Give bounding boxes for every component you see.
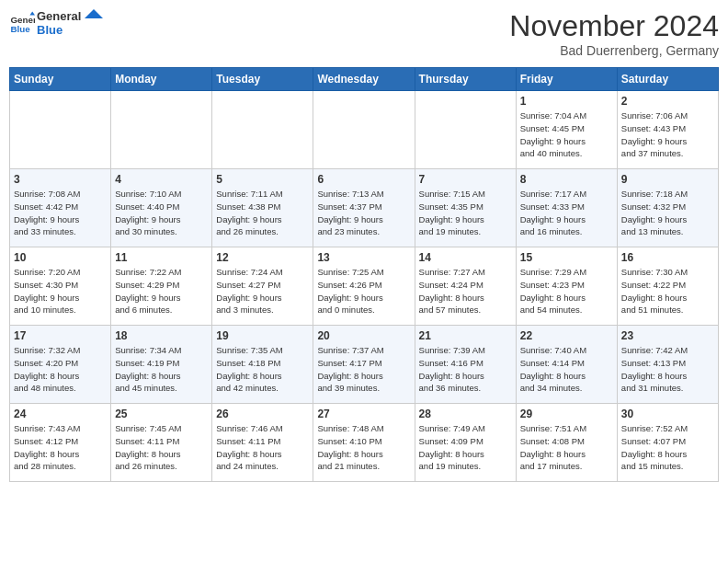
calendar-cell: 30Sunrise: 7:52 AM Sunset: 4:07 PM Dayli…: [617, 404, 718, 482]
day-number: 8: [520, 173, 613, 186]
day-info: Sunrise: 7:04 AM Sunset: 4:45 PM Dayligh…: [520, 109, 613, 160]
calendar-cell: 27Sunrise: 7:48 AM Sunset: 4:10 PM Dayli…: [313, 404, 415, 482]
day-number: 9: [621, 173, 714, 186]
calendar-cell: 1Sunrise: 7:04 AM Sunset: 4:45 PM Daylig…: [516, 91, 617, 169]
day-number: 5: [216, 173, 309, 186]
calendar-cell: 4Sunrise: 7:10 AM Sunset: 4:40 PM Daylig…: [111, 169, 212, 247]
calendar-cell: 21Sunrise: 7:39 AM Sunset: 4:16 PM Dayli…: [415, 326, 516, 404]
header-sunday: Sunday: [10, 68, 111, 91]
day-number: 25: [115, 408, 208, 420]
day-number: 2: [621, 95, 714, 108]
calendar-cell: 3Sunrise: 7:08 AM Sunset: 4:42 PM Daylig…: [10, 169, 111, 247]
day-number: 12: [216, 251, 309, 264]
day-info: Sunrise: 7:37 AM Sunset: 4:17 PM Dayligh…: [317, 344, 410, 395]
calendar-cell: 23Sunrise: 7:42 AM Sunset: 4:13 PM Dayli…: [617, 326, 718, 404]
day-info: Sunrise: 7:20 AM Sunset: 4:30 PM Dayligh…: [14, 266, 107, 316]
day-info: Sunrise: 7:13 AM Sunset: 4:37 PM Dayligh…: [317, 188, 410, 238]
day-info: Sunrise: 7:17 AM Sunset: 4:33 PM Dayligh…: [520, 188, 613, 238]
day-info: Sunrise: 7:45 AM Sunset: 4:11 PM Dayligh…: [115, 422, 208, 473]
day-info: Sunrise: 7:11 AM Sunset: 4:38 PM Dayligh…: [216, 188, 309, 238]
title-area: November 2024 Bad Duerrenberg, Germany: [509, 9, 719, 58]
logo-general: General: [37, 9, 81, 23]
day-info: Sunrise: 7:18 AM Sunset: 4:32 PM Dayligh…: [621, 188, 714, 238]
calendar-cell: 2Sunrise: 7:06 AM Sunset: 4:43 PM Daylig…: [617, 91, 718, 169]
day-info: Sunrise: 7:27 AM Sunset: 4:24 PM Dayligh…: [419, 266, 512, 316]
calendar-cell: 8Sunrise: 7:17 AM Sunset: 4:33 PM Daylig…: [516, 169, 617, 247]
calendar-cell: 5Sunrise: 7:11 AM Sunset: 4:38 PM Daylig…: [212, 169, 313, 247]
calendar-cell: 24Sunrise: 7:43 AM Sunset: 4:12 PM Dayli…: [10, 404, 111, 482]
calendar-cell: 17Sunrise: 7:32 AM Sunset: 4:20 PM Dayli…: [10, 326, 111, 404]
calendar-cell: 19Sunrise: 7:35 AM Sunset: 4:18 PM Dayli…: [212, 326, 313, 404]
day-info: Sunrise: 7:24 AM Sunset: 4:27 PM Dayligh…: [216, 266, 309, 316]
header-friday: Friday: [516, 68, 617, 91]
day-info: Sunrise: 7:34 AM Sunset: 4:19 PM Dayligh…: [115, 344, 208, 395]
day-info: Sunrise: 7:15 AM Sunset: 4:35 PM Dayligh…: [419, 188, 512, 238]
calendar-cell: 9Sunrise: 7:18 AM Sunset: 4:32 PM Daylig…: [617, 169, 718, 247]
day-number: 24: [14, 408, 107, 420]
day-number: 27: [317, 408, 410, 420]
calendar-header: SundayMondayTuesdayWednesdayThursdayFrid…: [10, 68, 719, 91]
calendar-cell: 13Sunrise: 7:25 AM Sunset: 4:26 PM Dayli…: [313, 247, 415, 326]
day-number: 28: [419, 408, 512, 420]
svg-marker-3: [85, 9, 103, 18]
svg-marker-2: [29, 11, 35, 15]
day-info: Sunrise: 7:35 AM Sunset: 4:18 PM Dayligh…: [216, 344, 309, 395]
header-tuesday: Tuesday: [212, 68, 313, 91]
day-number: 23: [621, 329, 714, 342]
day-info: Sunrise: 7:32 AM Sunset: 4:20 PM Dayligh…: [14, 344, 107, 395]
day-number: 22: [520, 329, 613, 342]
calendar-cell: 28Sunrise: 7:49 AM Sunset: 4:09 PM Dayli…: [415, 404, 516, 482]
day-info: Sunrise: 7:39 AM Sunset: 4:16 PM Dayligh…: [419, 344, 512, 395]
calendar-table: SundayMondayTuesdayWednesdayThursdayFrid…: [9, 67, 719, 482]
day-number: 21: [419, 329, 512, 342]
calendar-cell: 10Sunrise: 7:20 AM Sunset: 4:30 PM Dayli…: [10, 247, 111, 326]
day-number: 15: [520, 251, 613, 264]
calendar-cell: 15Sunrise: 7:29 AM Sunset: 4:23 PM Dayli…: [516, 247, 617, 326]
logo-icon: General Blue: [9, 10, 35, 36]
day-number: 18: [115, 329, 208, 342]
header-wednesday: Wednesday: [313, 68, 415, 91]
logo: General Blue General Blue: [9, 9, 103, 37]
day-number: 16: [621, 251, 714, 264]
calendar-subtitle: Bad Duerrenberg, Germany: [509, 43, 719, 58]
calendar-cell: 16Sunrise: 7:30 AM Sunset: 4:22 PM Dayli…: [617, 247, 718, 326]
day-number: 7: [419, 173, 512, 186]
day-info: Sunrise: 7:22 AM Sunset: 4:29 PM Dayligh…: [115, 266, 208, 316]
header-saturday: Saturday: [617, 68, 718, 91]
calendar-cell: [111, 91, 212, 169]
day-info: Sunrise: 7:25 AM Sunset: 4:26 PM Dayligh…: [317, 266, 410, 316]
header: General Blue General Blue November 2024 …: [9, 9, 719, 58]
calendar-cell: 7Sunrise: 7:15 AM Sunset: 4:35 PM Daylig…: [415, 169, 516, 247]
day-number: 29: [520, 408, 613, 420]
day-number: 3: [14, 173, 107, 186]
calendar-cell: [415, 91, 516, 169]
header-monday: Monday: [111, 68, 212, 91]
day-number: 11: [115, 251, 208, 264]
calendar-cell: 25Sunrise: 7:45 AM Sunset: 4:11 PM Dayli…: [111, 404, 212, 482]
calendar-cell: 6Sunrise: 7:13 AM Sunset: 4:37 PM Daylig…: [313, 169, 415, 247]
day-info: Sunrise: 7:29 AM Sunset: 4:23 PM Dayligh…: [520, 266, 613, 316]
day-number: 20: [317, 329, 410, 342]
calendar-cell: 26Sunrise: 7:46 AM Sunset: 4:11 PM Dayli…: [212, 404, 313, 482]
day-info: Sunrise: 7:46 AM Sunset: 4:11 PM Dayligh…: [216, 422, 309, 473]
day-info: Sunrise: 7:49 AM Sunset: 4:09 PM Dayligh…: [419, 422, 512, 473]
day-number: 10: [14, 251, 107, 264]
day-number: 4: [115, 173, 208, 186]
day-info: Sunrise: 7:48 AM Sunset: 4:10 PM Dayligh…: [317, 422, 410, 473]
calendar-cell: [10, 91, 111, 169]
header-thursday: Thursday: [415, 68, 516, 91]
calendar-cell: 20Sunrise: 7:37 AM Sunset: 4:17 PM Dayli…: [313, 326, 415, 404]
day-number: 19: [216, 329, 309, 342]
logo-blue: Blue: [37, 23, 81, 37]
day-info: Sunrise: 7:10 AM Sunset: 4:40 PM Dayligh…: [115, 188, 208, 238]
logo-chevron-icon: [85, 9, 103, 28]
calendar-cell: [212, 91, 313, 169]
day-info: Sunrise: 7:51 AM Sunset: 4:08 PM Dayligh…: [520, 422, 613, 473]
day-number: 1: [520, 95, 613, 108]
day-info: Sunrise: 7:06 AM Sunset: 4:43 PM Dayligh…: [621, 109, 714, 160]
calendar-cell: 22Sunrise: 7:40 AM Sunset: 4:14 PM Dayli…: [516, 326, 617, 404]
day-info: Sunrise: 7:40 AM Sunset: 4:14 PM Dayligh…: [520, 344, 613, 395]
day-info: Sunrise: 7:52 AM Sunset: 4:07 PM Dayligh…: [621, 422, 714, 473]
day-info: Sunrise: 7:42 AM Sunset: 4:13 PM Dayligh…: [621, 344, 714, 395]
day-info: Sunrise: 7:08 AM Sunset: 4:42 PM Dayligh…: [14, 188, 107, 238]
